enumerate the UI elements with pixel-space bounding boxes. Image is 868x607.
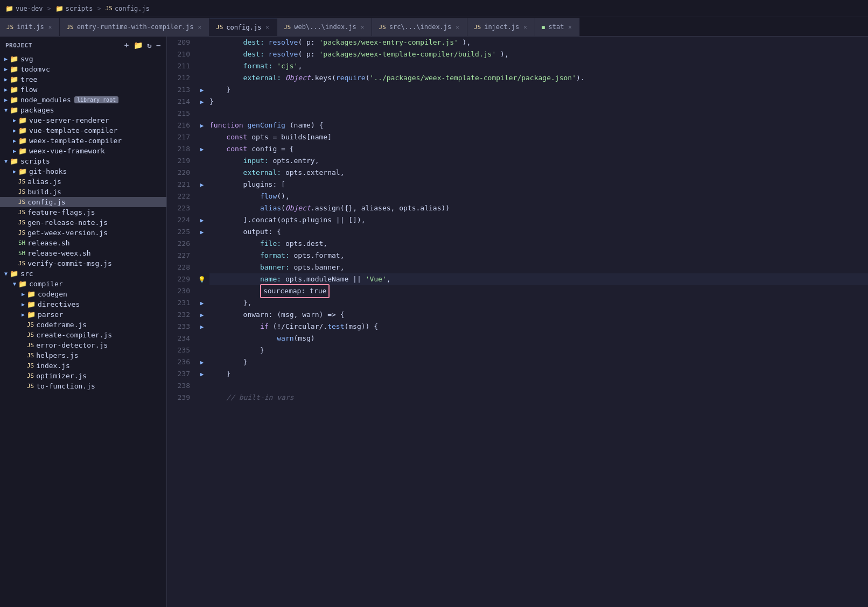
sidebar-item-index.js[interactable]: JSindex.js xyxy=(0,361,166,371)
sidebar-label-optimizer.js: optimizer.js xyxy=(36,372,87,380)
sidebar-item-flow[interactable]: ▶📁flow xyxy=(0,84,166,95)
sidebar-item-svg[interactable]: ▶📁svg xyxy=(0,54,166,64)
tabbar: JSinit.js✕JSentry-runtime-with-compiler.… xyxy=(0,17,868,37)
line-number-228: 228 xyxy=(167,262,190,273)
gutter-cell-238 xyxy=(197,380,207,392)
code-line-210: dest: resolve( p: 'packages/weex-templat… xyxy=(209,48,868,60)
sidebar-item-alias.js[interactable]: JSalias.js xyxy=(0,177,166,187)
sidebar-item-weex-vue-framework[interactable]: ▶📁weex-vue-framework xyxy=(0,146,166,156)
sidebar-item-todomvc[interactable]: ▶📁todomvc xyxy=(0,64,166,74)
sidebar-item-codeframe.js[interactable]: JScodeframe.js xyxy=(0,320,166,330)
code-line-222: flow(), xyxy=(209,190,868,202)
sidebar-item-src[interactable]: ▼📁src xyxy=(0,269,166,279)
refresh-icon[interactable]: ↻ xyxy=(147,41,152,50)
file-icon-title: JS xyxy=(106,5,113,12)
arrow-todomvc: ▶ xyxy=(2,66,10,72)
sidebar-item-vue-template-compiler[interactable]: ▶📁vue-template-compiler xyxy=(0,125,166,136)
sidebar-item-release.sh[interactable]: SHrelease.sh xyxy=(0,238,166,248)
sidebar-label-release-weex.sh: release-weex.sh xyxy=(27,249,90,257)
gutter-arrow-237: ▶ xyxy=(200,371,204,378)
tab-close-entry-runtime[interactable]: ✕ xyxy=(197,23,202,32)
tab-config[interactable]: JSconfig.js✕ xyxy=(209,18,277,36)
sidebar-item-weex-template-compiler[interactable]: ▶📁weex-template-compiler xyxy=(0,136,166,146)
arrow-directives: ▶ xyxy=(19,301,27,307)
sidebar-item-directives[interactable]: ▶📁directives xyxy=(0,299,166,309)
sidebar-label-to-function.js: to-function.js xyxy=(36,382,95,390)
sidebar-item-create-compiler.js[interactable]: JScreate-compiler.js xyxy=(0,330,166,340)
tab-init[interactable]: JSinit.js✕ xyxy=(0,18,60,36)
sidebar-item-build.js[interactable]: JSbuild.js xyxy=(0,187,166,197)
code-line-218: const config = { xyxy=(209,143,868,155)
sidebar-label-vue-server-renderer: vue-server-renderer xyxy=(29,116,109,124)
sidebar-item-config.js[interactable]: JSconfig.js xyxy=(0,197,166,207)
arrow-weex-template-compiler: ▶ xyxy=(11,138,18,144)
folder-icon-src: 📁 xyxy=(10,270,18,278)
line-number-211: 211 xyxy=(167,60,190,72)
new-folder-icon[interactable]: 📁 xyxy=(134,41,143,50)
sidebar-item-optimizer.js[interactable]: JSoptimizer.js xyxy=(0,371,166,381)
new-file-icon[interactable]: + xyxy=(124,41,129,50)
tab-inject[interactable]: JSinject.js✕ xyxy=(467,18,535,36)
code-area[interactable]: dest: resolve( p: 'packages/weex-entry-c… xyxy=(207,37,868,607)
gutter-cell-229: 💡 xyxy=(197,273,207,285)
sidebar-label-vue-template-compiler: vue-template-compiler xyxy=(29,126,117,135)
collapse-icon[interactable]: − xyxy=(156,41,161,50)
code-line-228: banner: opts.banner, xyxy=(209,262,868,273)
sidebar-item-tree[interactable]: ▶📁tree xyxy=(0,74,166,84)
tab-close-inject[interactable]: ✕ xyxy=(522,23,528,32)
tab-close-stat[interactable]: ✕ xyxy=(567,23,573,32)
sidebar-item-git-hooks[interactable]: ▶📁git-hooks xyxy=(0,166,166,177)
file-icon-helpers.js: JS xyxy=(27,352,34,359)
tab-entry-runtime[interactable]: JSentry-runtime-with-compiler.js✕ xyxy=(60,18,209,36)
sidebar-label-scripts: scripts xyxy=(20,157,50,165)
sidebar-item-scripts[interactable]: ▼📁scripts xyxy=(0,156,166,166)
code-line-234: warn(msg) xyxy=(209,333,868,344)
sidebar-item-codegen[interactable]: ▶📁codegen xyxy=(0,289,166,299)
tab-close-config[interactable]: ✕ xyxy=(264,23,270,32)
sidebar-item-vue-server-renderer[interactable]: ▶📁vue-server-renderer xyxy=(0,115,166,125)
file-icon-release-weex.sh: SH xyxy=(18,250,25,257)
line-number-224: 224 xyxy=(167,214,190,226)
tab-web-index[interactable]: JSweb\...\index.js✕ xyxy=(277,18,372,36)
gutter-bulb-229: 💡 xyxy=(198,276,206,283)
arrow-parser: ▶ xyxy=(19,312,27,317)
tab-icon-entry-runtime: JS xyxy=(66,24,73,31)
sidebar-label-parser: parser xyxy=(38,310,63,319)
code-line-213: } xyxy=(209,84,868,96)
tab-src-index[interactable]: JSsrc\...\index.js✕ xyxy=(372,18,467,36)
gutter: ▶▶▶▶▶▶▶💡▶▶▶▶▶ xyxy=(197,37,207,607)
sidebar: Project + 📁 ↻ − ▶📁svg▶📁todomvc▶📁tree▶📁fl… xyxy=(0,37,167,607)
tab-close-src-index[interactable]: ✕ xyxy=(454,23,460,32)
sidebar-item-gen-release-note.js[interactable]: JSgen-release-note.js xyxy=(0,217,166,228)
file-icon-optimizer.js: JS xyxy=(27,372,34,379)
folder-icon-weex-template-compiler: 📁 xyxy=(18,137,27,145)
sidebar-label-directives: directives xyxy=(38,300,80,308)
tab-icon-config: JS xyxy=(216,24,223,31)
sidebar-item-error-detector.js[interactable]: JSerror-detector.js xyxy=(0,340,166,350)
sidebar-label-weex-vue-framework: weex-vue-framework xyxy=(29,147,105,155)
sidebar-item-release-weex.sh[interactable]: SHrelease-weex.sh xyxy=(0,248,166,258)
tab-close-web-index[interactable]: ✕ xyxy=(360,23,366,32)
sidebar-label-verify-commit-msg.js: verify-commit-msg.js xyxy=(27,259,112,267)
sidebar-item-packages[interactable]: ▼📁packages xyxy=(0,105,166,115)
sidebar-item-node_modules[interactable]: ▶📁node_moduleslibrary root xyxy=(0,95,166,105)
sidebar-item-compiler[interactable]: ▼📁compiler xyxy=(0,279,166,289)
sidebar-item-get-weex-version.js[interactable]: JSget-weex-version.js xyxy=(0,228,166,238)
sidebar-label-build.js: build.js xyxy=(27,188,61,196)
sidebar-item-to-function.js[interactable]: JSto-function.js xyxy=(0,381,166,391)
code-line-237: } xyxy=(209,368,868,380)
line-number-229: 229 xyxy=(167,273,190,285)
tab-stat[interactable]: ◼stat✕ xyxy=(535,18,580,36)
gutter-cell-236: ▶ xyxy=(197,356,207,368)
sidebar-item-feature-flags.js[interactable]: JSfeature-flags.js xyxy=(0,207,166,217)
editor-content: 2092102112122132142152162172182192202212… xyxy=(167,37,868,607)
folder-icon-vue-template-compiler: 📁 xyxy=(18,126,27,135)
folder-icon-todomvc: 📁 xyxy=(10,65,18,73)
folder-icon-directives: 📁 xyxy=(27,300,36,308)
sidebar-item-verify-commit-msg.js[interactable]: JSverify-commit-msg.js xyxy=(0,258,166,269)
tab-close-init[interactable]: ✕ xyxy=(47,23,53,32)
sidebar-item-parser[interactable]: ▶📁parser xyxy=(0,309,166,320)
gutter-arrow-225: ▶ xyxy=(200,229,204,236)
code-line-211: format: 'cjs', xyxy=(209,60,868,72)
sidebar-item-helpers.js[interactable]: JShelpers.js xyxy=(0,350,166,361)
